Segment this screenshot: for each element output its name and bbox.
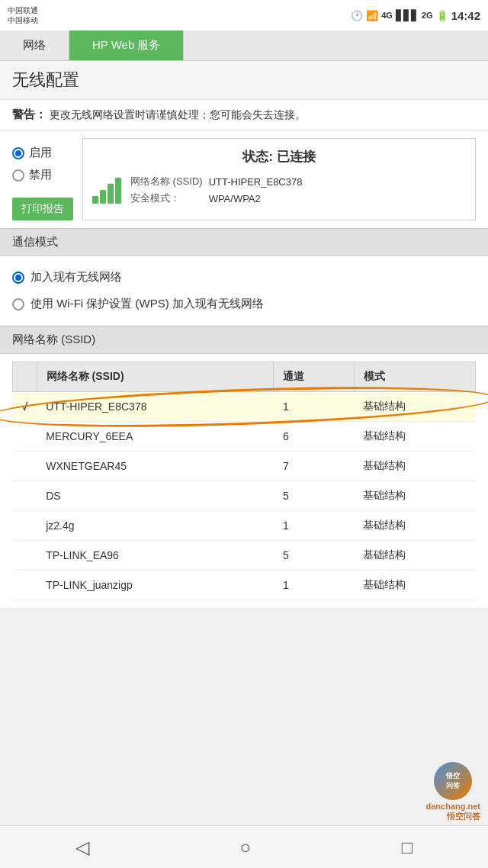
table-row[interactable]: DS 5 基础结构 <box>13 481 476 511</box>
bar4 <box>115 178 121 204</box>
row-channel: 1 <box>274 392 354 422</box>
row-mode: 基础结构 <box>354 452 475 481</box>
table-row[interactable]: √ UTT-HIPER_E8C378 1 基础结构 <box>13 392 476 422</box>
radio-disable[interactable]: 禁用 <box>12 168 73 182</box>
carrier-info: 中国联通 中国移动 <box>8 5 38 25</box>
row-ssid: TP-LINK_EA96 <box>37 541 274 571</box>
time-display: 14:42 <box>451 9 480 22</box>
status-bar: 中国联通 中国移动 🕐 📶 4G ▋▋▋ 2G 🔋 14:42 <box>0 0 488 31</box>
signal-2g-label: 2G <box>422 11 433 20</box>
row-mode: 基础结构 <box>354 571 475 600</box>
table-row[interactable]: WXNETGEAR45 7 基础结构 <box>13 452 476 481</box>
ssid-value: UTT-HIPER_E8C378 <box>209 173 309 190</box>
radio-disable-circle <box>12 169 24 182</box>
row-mode: 基础结构 <box>354 481 475 511</box>
security-label: 安全模式： <box>130 190 209 207</box>
wifi-bars-icon <box>92 173 121 204</box>
comm-wps-label: 使用 Wi-Fi 保护设置 (WPS) 加入现有无线网络 <box>30 297 264 311</box>
tab-network[interactable]: 网络 <box>0 31 69 60</box>
row-channel: 1 <box>274 571 354 600</box>
row-ssid: DS <box>37 481 274 511</box>
table-container: 网络名称 (SSID) 通道 模式 √ UTT-HIPER_E8C378 1 基… <box>12 362 476 600</box>
row-ssid: TP-LINK_juanzigp <box>37 571 274 600</box>
row-check: √ <box>13 392 37 422</box>
bar3 <box>108 184 114 204</box>
nav-tabs: 网络 HP Web 服务 <box>0 31 488 61</box>
bar2 <box>100 190 106 204</box>
comm-join-label: 加入现有无线网络 <box>30 270 122 285</box>
network-section: 网络名称 (SSID) 网络名称 (SSID) 通道 模式 √ UT <box>0 326 488 608</box>
comm-mode-header: 通信模式 <box>0 228 488 256</box>
home-button[interactable]: ○ <box>224 829 266 866</box>
status-panel: 启用 禁用 打印报告 状态: 已连接 网络名称 <box>0 130 488 228</box>
ssid-label: 网络名称 (SSID) <box>130 173 209 190</box>
row-channel: 7 <box>274 452 354 481</box>
row-mode: 基础结构 <box>354 511 475 541</box>
th-ssid: 网络名称 (SSID) <box>37 362 274 392</box>
comm-join-radio <box>12 272 24 284</box>
row-mode: 基础结构 <box>354 392 475 422</box>
recent-button[interactable]: □ <box>387 829 429 866</box>
network-table: 网络名称 (SSID) 通道 模式 √ UTT-HIPER_E8C378 1 基… <box>12 362 476 600</box>
carrier2-label: 中国移动 <box>8 15 38 25</box>
comm-mode-title: 通信模式 <box>12 235 58 248</box>
page-title: 无线配置 <box>12 69 476 92</box>
bottom-nav: ◁ ○ □ <box>0 825 488 868</box>
comm-option-join[interactable]: 加入现有无线网络 <box>12 264 476 291</box>
row-channel: 5 <box>274 541 354 571</box>
watermark-line2: 悟空问答 <box>425 811 480 822</box>
row-channel: 5 <box>274 481 354 511</box>
watermark-avatar-text: 悟空问答 <box>446 771 460 791</box>
table-row[interactable]: TP-LINK_EA96 5 基础结构 <box>13 541 476 571</box>
radio-enable[interactable]: 启用 <box>12 146 73 160</box>
row-check <box>13 452 37 481</box>
table-row[interactable]: jz2.4g 1 基础结构 <box>13 511 476 541</box>
status-box: 状态: 已连接 网络名称 (SSID) UTT-HIPER_E8C378 <box>82 138 476 220</box>
row-check <box>13 541 37 571</box>
battery-icon: 🔋 <box>436 10 448 21</box>
watermark: 悟空问答 danchang.net 悟空问答 <box>425 762 480 822</box>
status-body: 网络名称 (SSID) UTT-HIPER_E8C378 安全模式： WPA/W… <box>92 173 466 207</box>
row-channel: 1 <box>274 511 354 541</box>
table-row[interactable]: MERCURY_6EEA 6 基础结构 <box>13 422 476 452</box>
bar1 <box>92 196 98 204</box>
radio-disable-label: 禁用 <box>29 168 52 182</box>
comm-wps-radio <box>12 298 24 310</box>
radio-group: 启用 禁用 打印报告 <box>12 138 73 220</box>
back-button[interactable]: ◁ <box>60 829 104 866</box>
network-section-title: 网络名称 (SSID) <box>0 326 488 354</box>
signal-bars-icon: ▋▋▋ <box>396 10 419 21</box>
row-ssid: jz2.4g <box>37 511 274 541</box>
row-check <box>13 481 37 511</box>
tab-hp-web[interactable]: HP Web 服务 <box>69 31 184 60</box>
row-mode: 基础结构 <box>354 422 475 452</box>
warning-bar: 警告： 更改无线网络设置时请谨慎处理；您可能会失去连接。 <box>0 100 488 130</box>
print-report-button[interactable]: 打印报告 <box>12 198 73 220</box>
row-ssid: WXNETGEAR45 <box>37 452 274 481</box>
row-channel: 6 <box>274 422 354 452</box>
th-mode: 模式 <box>354 362 475 392</box>
main-content: 警告： 更改无线网络设置时请谨慎处理；您可能会失去连接。 启用 禁用 打印报告 … <box>0 100 488 608</box>
warning-prefix: 警告： <box>12 108 47 121</box>
radio-enable-circle <box>12 147 24 159</box>
th-channel: 通道 <box>274 362 354 392</box>
row-ssid: MERCURY_6EEA <box>37 422 274 452</box>
security-value: WPA/WPA2 <box>209 190 309 207</box>
page-title-bar: 无线配置 <box>0 61 488 100</box>
row-check <box>13 571 37 600</box>
watermark-avatar: 悟空问答 <box>434 762 472 800</box>
row-ssid: UTT-HIPER_E8C378 <box>37 392 274 422</box>
table-row[interactable]: TP-LINK_juanzigp 1 基础结构 <box>13 571 476 600</box>
radio-enable-label: 启用 <box>29 146 52 160</box>
warning-text: 更改无线网络设置时请谨慎处理；您可能会失去连接。 <box>50 108 306 121</box>
table-header-row: 网络名称 (SSID) 通道 模式 <box>13 362 476 392</box>
signal-4g-label: 4G <box>381 11 393 20</box>
clock-icon: 🕐 <box>351 10 363 21</box>
status-right: 🕐 📶 4G ▋▋▋ 2G 🔋 14:42 <box>351 9 480 22</box>
row-mode: 基础结构 <box>354 541 475 571</box>
status-title: 状态: 已连接 <box>92 148 466 166</box>
comm-option-wps[interactable]: 使用 Wi-Fi 保护设置 (WPS) 加入现有无线网络 <box>12 291 476 317</box>
network-table-wrapper: 网络名称 (SSID) 通道 模式 √ UTT-HIPER_E8C378 1 基… <box>0 354 488 608</box>
row-check <box>13 511 37 541</box>
comm-mode-panel: 加入现有无线网络 使用 Wi-Fi 保护设置 (WPS) 加入现有无线网络 <box>0 256 488 326</box>
